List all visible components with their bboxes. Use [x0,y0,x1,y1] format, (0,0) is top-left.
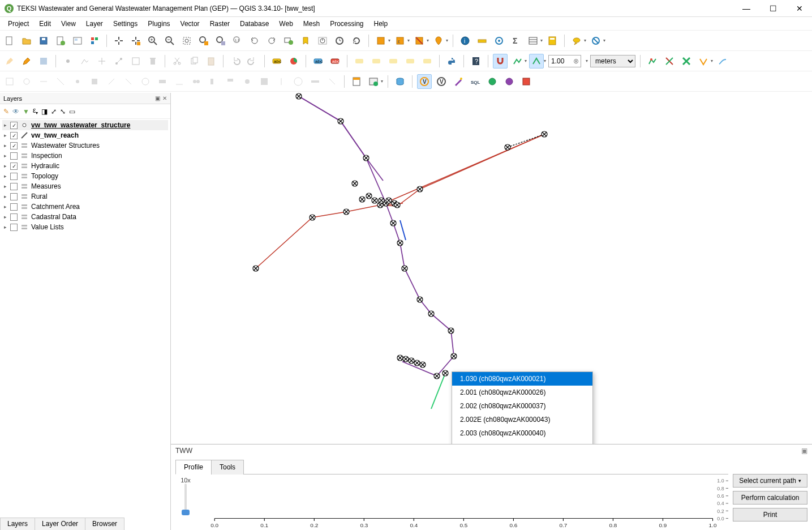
print-button[interactable]: Print [733,508,807,522]
select-by-value-icon[interactable]: ε [393,33,407,48]
temporal-controller-icon[interactable] [315,33,330,48]
layer-filter-icon[interactable]: ▼ [23,108,29,116]
toggle-editing-icon[interactable] [19,54,34,69]
expand-icon[interactable]: ▸ [2,214,8,220]
layer-expr-icon[interactable]: ε▾ [33,106,38,116]
bottom-tab-layer-order[interactable]: Layer Order [35,518,85,530]
save-project-icon[interactable] [36,33,51,48]
tww-tool-2-icon[interactable] [502,74,517,89]
panel-undock-icon[interactable]: ▣ [155,95,160,101]
menu-plugins[interactable]: Plugins [143,18,174,29]
expand-icon[interactable]: ▸ [2,153,8,159]
layer-filter-legend-icon[interactable]: ◨ [41,108,48,116]
no-action-icon[interactable] [588,33,603,48]
measure-icon[interactable] [475,33,489,48]
layer-eye-icon[interactable]: 👁 [12,108,19,116]
profile-tool-icon[interactable]: V [417,74,432,89]
menu-mesh[interactable]: Mesh [299,18,324,29]
select-location-icon[interactable] [431,33,446,48]
perform-calculation-button[interactable]: Perform calculation [733,491,807,505]
data-source-manager-icon[interactable] [349,74,364,89]
layer-row[interactable]: ▸Topology [2,171,168,181]
zoom-native-icon[interactable]: 1:1 [230,33,245,48]
layer-expand-icon[interactable]: ⤢ [51,108,57,116]
snap-clear-icon[interactable]: ⊗ [573,57,579,65]
maximize-button[interactable]: ☐ [765,2,781,15]
tab-tools[interactable]: Tools [211,460,244,475]
layout-manager-icon[interactable] [70,33,85,48]
snap-units-select[interactable]: meters [590,55,635,67]
avoid-overlap-drop[interactable]: ▾ [711,58,713,63]
zoom-out-icon[interactable] [162,33,177,48]
snapping-toggle-icon[interactable] [493,54,508,69]
refresh-icon[interactable] [332,33,347,48]
tww-panel-dock-icon[interactable]: ▣ [801,447,807,455]
layer-labeling-icon[interactable]: abc [311,54,325,69]
layer-row[interactable]: ▸✓vw_tww_wastewater_structure [2,120,168,130]
select-current-path-button[interactable]: Select current path▾ [733,474,807,488]
avoid-overlap-icon[interactable] [696,54,711,69]
snap-tolerance-drop[interactable]: ▾ [586,58,588,63]
feature-picker-item[interactable]: 2.003 (ch080qwzAK000040) [452,426,592,440]
select-by-value-drop[interactable]: ▾ [407,38,410,43]
attribute-table-icon[interactable] [526,33,540,48]
pan-selection-icon[interactable] [128,33,143,48]
layer-remove-icon[interactable]: ▭ [69,108,75,116]
snapping-mode-icon[interactable] [510,54,525,69]
bottom-tab-layers[interactable]: Layers [0,518,35,530]
bottom-tab-browser[interactable]: Browser [85,518,124,530]
expand-icon[interactable]: ▸ [2,183,8,189]
menu-view[interactable]: View [57,18,80,29]
expand-icon[interactable]: ▸ [2,204,8,210]
refresh-map-icon[interactable] [349,33,364,48]
tab-profile[interactable]: Profile [175,460,212,475]
feature-picker-item[interactable]: 2.002 (ch080qwzAK000037) [452,399,592,413]
database-icon[interactable] [393,74,407,89]
select-location-drop[interactable]: ▾ [446,38,448,43]
tww-tool-1-icon[interactable] [485,74,500,89]
menu-vector[interactable]: Vector [176,18,204,29]
menu-layer[interactable]: Layer [81,18,108,29]
layer-row[interactable]: ▸Catchment Area [2,202,168,212]
zoom-last-icon[interactable] [247,33,262,48]
add-vector-layer-icon[interactable] [366,74,381,89]
menu-database[interactable]: Database [235,18,273,29]
layer-checkbox[interactable] [10,203,18,211]
deselect-drop[interactable]: ▾ [427,38,429,43]
snap-vertex-icon[interactable] [529,54,544,69]
menu-settings[interactable]: Settings [109,18,142,29]
menu-processing[interactable]: Processing [325,18,368,29]
statistics-icon[interactable]: Σ [509,33,523,48]
zoom-full-icon[interactable] [179,33,194,48]
new-map-view-icon[interactable] [281,33,296,48]
feature-picker-item[interactable]: 1.030 (ch080qwzAK000021) [452,372,592,386]
add-layer-drop[interactable]: ▾ [381,79,383,84]
layer-style-icon[interactable]: ✎ [3,108,9,116]
zoom-selection-icon[interactable] [196,33,211,48]
python-console-icon[interactable] [444,54,459,69]
layer-checkbox[interactable] [10,173,18,180]
no-action-drop[interactable]: ▾ [603,38,605,43]
feature-picker-menu[interactable]: 1.030 (ch080qwzAK000021)2.001 (ch080qwzA… [452,371,593,444]
open-project-icon[interactable] [19,33,34,48]
layer-checkbox[interactable]: ✓ [10,122,18,129]
snap-intersection-icon[interactable] [662,54,677,69]
layer-checkbox[interactable]: ✓ [10,142,18,149]
pan-icon[interactable] [111,33,126,48]
menu-web[interactable]: Web [274,18,297,29]
help-icon[interactable]: ? [469,54,483,69]
snap-vertex-drop[interactable]: ▾ [544,58,546,63]
expand-icon[interactable]: ▸ [2,194,8,199]
menu-raster[interactable]: Raster [205,18,234,29]
map-tips-drop[interactable]: ▾ [584,38,586,43]
feature-picker-item[interactable]: RB_Fangbecken (ch080qwzAK001206) [452,440,592,444]
labeling-icon[interactable]: abc [269,54,284,69]
expand-icon[interactable]: ▸ [2,224,8,230]
select-features-drop[interactable]: ▾ [388,38,390,43]
minimize-button[interactable]: — [738,2,755,15]
panel-close-icon[interactable]: ✕ [162,95,167,101]
zoom-slider[interactable] [184,484,187,515]
tww-tool-3-icon[interactable] [519,74,534,89]
identify-icon[interactable]: i [458,33,472,48]
zoom-next-icon[interactable] [264,33,279,48]
